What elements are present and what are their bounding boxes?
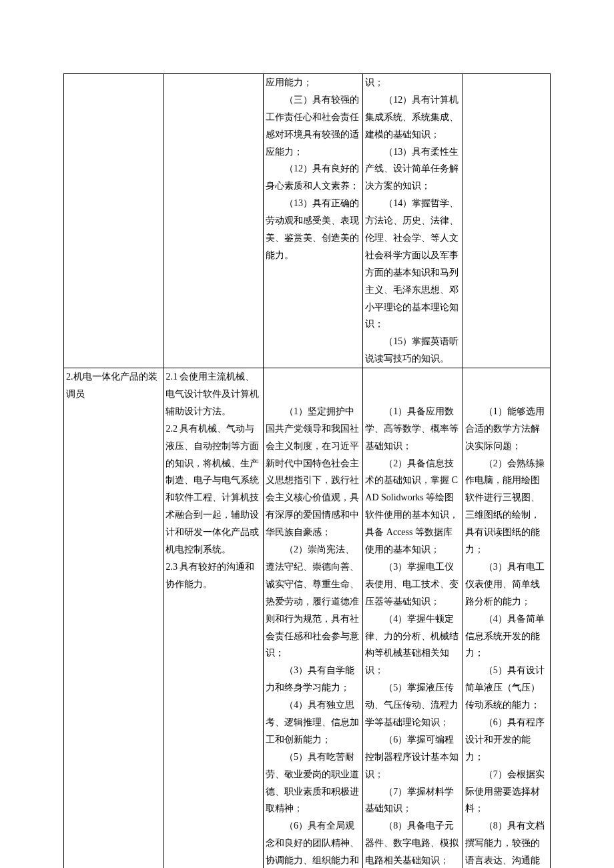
text-line [266,368,360,386]
text-line: 2.2 具有机械、气动与液压、自动控制等方面的知识，将机械、生产制造、电子与电气… [166,420,260,558]
text-line: （1）坚定拥护中国共产党领导和我国社会主义制度，在习近平新时代中国特色社会主义思… [266,403,360,541]
text-line: （13）具有正确的劳动观和感受美、表现美、鉴赏美、创造美的能力。 [266,195,360,264]
text-line: （8）具有文档撰写能力，较强的语言表达、沟通能力； [465,817,548,868]
cell-r1c3: 应用能力；（三）具有较强的工作责任心和社会责任感对环境具有较强的适应能力；（12… [263,74,362,368]
text-line: （7）掌握材料学基础知识； [365,783,460,818]
cell-r2c2: 2.1 会使用主流机械、电气设计软件及计算机辅助设计方法。2.2 具有机械、气动… [164,368,263,868]
text-line: （8）具备电子元器件、数字电路、模拟电路相关基础知识； [365,817,460,868]
text-line: （5）具有吃苦耐劳、敬业爱岗的职业道德、职业素质和积极进取精神； [266,749,360,818]
text-line [465,368,548,386]
cell-r1c5 [463,74,550,368]
text-line: 2.1 会使用主流机械、电气设计软件及计算机辅助设计方法。 [166,368,260,420]
cell-r1c2 [164,74,263,368]
document-page: 应用能力；（三）具有较强的工作责任心和社会责任感对环境具有较强的适应能力；（12… [0,0,614,868]
text-line: （2）会熟练操作电脑，能用绘图软件进行三视图、三维图纸的绘制，具有识读图纸的能力… [465,455,548,558]
text-line: （5）具有设计简单液压（气压）传动系统的能力； [465,662,548,714]
text-line: （6）具有程序设计和开发的能力； [465,714,548,766]
cell-r2c5: （1）能够选用合适的数学方法解决实际问题；（2）会熟练操作电脑，能用绘图软件进行… [463,368,550,868]
table-row: 2.机电一体化产品的装调员 2.1 会使用主流机械、电气设计软件及计算机辅助设计… [64,368,551,868]
cell-r2c4: （1）具备应用数学、高等数学、概率等基础知识；（2）具备信息技术的基础知识，掌握… [363,368,463,868]
text-line: 2.3 具有较好的沟通和协作能力。 [166,558,260,593]
text-line: （3）具有电工仪表使用、简单线路分析的能力； [465,558,548,610]
text-line: 识； [365,74,460,91]
text-line: （12）具有良好的身心素质和人文素养； [266,160,360,195]
text-line: （4）具备简单信息系统开发的能力； [465,610,548,663]
text-line: （3）掌握电工仪表使用、电工技术、变压器等基础知识； [365,558,460,610]
text-line: 应用能力； [266,74,360,91]
text-line [365,386,460,403]
text-line [365,368,460,386]
text-line: （12）具有计算机集成系统、系统集成、建模的基础知识； [365,91,460,143]
text-line: （2）具备信息技术的基础知识，掌握 CAD Solidworks 等绘图软件使用… [365,455,460,558]
text-line: （5）掌握液压传动、气压传动、流程力学等基础理论知识； [365,679,460,731]
text-line: （3）具有自学能力和终身学习能力； [266,662,360,697]
text-line: （1）能够选用合适的数学方法解决实际问题； [465,403,548,455]
text-line: （13）具有柔性生产线、设计简单任务解决方案的知识； [365,143,460,195]
text-line: （15）掌握英语听说读写技巧的知识。 [365,333,460,368]
text-line [266,386,360,403]
text-line: （4）具有独立思考、逻辑推理、信息加工和创新能力； [266,697,360,749]
curriculum-table: 应用能力；（三）具有较强的工作责任心和社会责任感对环境具有较强的适应能力；（12… [63,73,551,868]
cell-r1c1 [64,74,164,368]
text-line: 2.机电一体化产品的装调员 [66,368,161,403]
text-line: （1）具备应用数学、高等数学、概率等基础知识； [365,403,460,455]
text-line: （三）具有较强的工作责任心和社会责任感对环境具有较强的适应能力； [266,91,360,161]
cell-r1c4: 识；（12）具有计算机集成系统、系统集成、建模的基础知识；（13）具有柔性生产线… [363,74,463,368]
text-line [465,386,548,403]
cell-r2c1: 2.机电一体化产品的装调员 [64,368,164,868]
text-line: （6）具有全局观念和良好的团队精神、协调能力、组织能力和管理能力； [266,817,360,868]
text-line: （2）崇尚宪法、遵法守纪、崇德向善、诚实守信、尊重生命、热爱劳动，履行道德准则和… [266,541,360,662]
table-row: 应用能力；（三）具有较强的工作责任心和社会责任感对环境具有较强的适应能力；（12… [64,74,551,368]
text-line: （4）掌握牛顿定律、力的分析、机械结构等机械基础相关知识； [365,610,460,680]
text-line: （6）掌握可编程控制器程序设计基本知识； [365,731,460,783]
text-line: （7）会根据实际使用需要选择材料； [465,766,548,818]
text-line: （14）掌握哲学、方法论、历史、法律、伦理、社会学、等人文社会科学方面以及军事方… [365,195,460,333]
cell-r2c3: （1）坚定拥护中国共产党领导和我国社会主义制度，在习近平新时代中国特色社会主义思… [263,368,362,868]
